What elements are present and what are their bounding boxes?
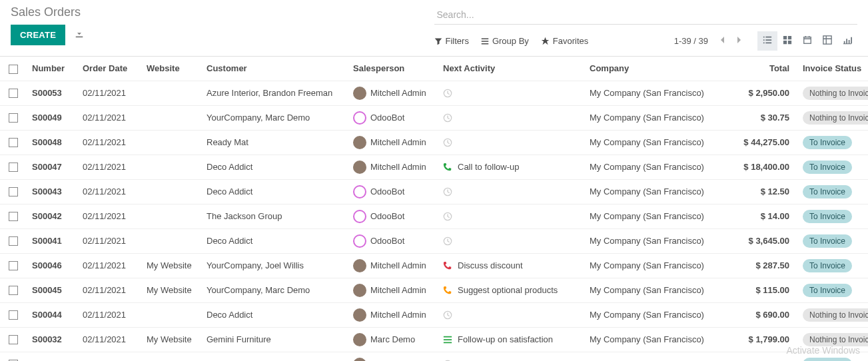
- status-badge: Nothing to Invoice: [803, 333, 868, 346]
- view-kanban-button[interactable]: [777, 31, 797, 51]
- download-icon: [75, 29, 84, 39]
- view-graph-button[interactable]: [837, 31, 857, 51]
- clock-icon: [443, 89, 452, 98]
- cell-customer: Deco Addict: [201, 155, 348, 179]
- table-row[interactable]: S0004202/11/2021The Jackson GroupOdooBot…: [0, 204, 868, 228]
- col-order-date[interactable]: Order Date: [77, 57, 141, 81]
- activity-cell[interactable]: [443, 236, 579, 246]
- chevron-left-icon: [719, 36, 725, 44]
- calendar-icon: [803, 35, 812, 45]
- table-row[interactable]: S0004702/11/2021Deco AddictMitchell Admi…: [0, 155, 868, 179]
- table-row[interactable]: S0003702/11/2021My WebsiteGemini Furnitu…: [0, 352, 868, 361]
- cell-order-date: 02/11/2021: [77, 155, 141, 179]
- activity-cell[interactable]: [443, 310, 579, 320]
- table-row[interactable]: S0004802/11/2021Ready MatMitchell AdminM…: [0, 130, 868, 155]
- favorites-label: Favorites: [553, 36, 588, 46]
- row-checkbox[interactable]: [9, 310, 18, 320]
- cell-total: $ 18,400.00: [734, 155, 797, 179]
- activity-cell[interactable]: Discuss discount: [443, 260, 579, 270]
- activity-cell[interactable]: Suggest optional products: [443, 285, 579, 295]
- col-next-activity[interactable]: Next Activity: [438, 57, 584, 81]
- pager-prev-button[interactable]: [715, 33, 729, 49]
- table-row[interactable]: S0004302/11/2021Deco AddictOdooBotMy Com…: [0, 179, 868, 204]
- status-badge: To Invoice: [803, 210, 852, 223]
- activity-cell[interactable]: Call to follow-up: [443, 162, 579, 172]
- list-icon: [763, 35, 772, 45]
- row-checkbox[interactable]: [9, 163, 18, 172]
- clock-icon: [443, 310, 452, 320]
- activity-cell[interactable]: [443, 113, 579, 123]
- cell-total: $ 30.75: [734, 105, 797, 130]
- table-row[interactable]: S0004102/11/2021Deco AddictOdooBotMy Com…: [0, 228, 868, 253]
- row-checkbox[interactable]: [9, 261, 18, 270]
- table-row[interactable]: S0004902/11/2021YourCompany, Marc DemoOd…: [0, 105, 868, 130]
- cell-salesperson: Mitchell Admin: [370, 162, 426, 172]
- cell-total: $ 2,950.00: [734, 81, 797, 105]
- filters-button[interactable]: Filters: [434, 36, 469, 46]
- col-number[interactable]: Number: [27, 57, 77, 81]
- cell-website: [141, 204, 201, 228]
- cell-total: $ 12.50: [734, 179, 797, 204]
- row-checkbox[interactable]: [9, 138, 18, 147]
- status-badge: Nothing to Invoice: [803, 308, 868, 322]
- row-checkbox[interactable]: [9, 335, 18, 344]
- col-total[interactable]: Total: [734, 57, 797, 81]
- favorites-button[interactable]: Favorites: [541, 36, 588, 46]
- cell-order-date: 02/11/2021: [77, 352, 141, 361]
- view-list-button[interactable]: [757, 31, 777, 51]
- cell-number: S00042: [27, 204, 77, 228]
- row-checkbox[interactable]: [9, 89, 18, 98]
- activity-cell[interactable]: [443, 138, 579, 147]
- col-website[interactable]: Website: [141, 57, 201, 81]
- row-checkbox[interactable]: [9, 187, 18, 196]
- group-by-button[interactable]: Group By: [481, 36, 529, 46]
- cell-company: My Company (San Francisco): [584, 155, 734, 179]
- create-button[interactable]: CREATE: [11, 25, 65, 45]
- activity-cell[interactable]: [443, 187, 579, 196]
- cell-company: My Company (San Francisco): [584, 253, 734, 278]
- download-button[interactable]: [71, 25, 88, 45]
- activity-cell[interactable]: Follow-up on satisfaction: [443, 334, 579, 344]
- row-checkbox[interactable]: [9, 212, 18, 221]
- avatar: [353, 259, 366, 272]
- pager-next-button[interactable]: [732, 33, 747, 49]
- view-calendar-button[interactable]: [797, 31, 817, 51]
- table-row[interactable]: S0004502/11/2021My WebsiteYourCompany, M…: [0, 278, 868, 302]
- activity-cell[interactable]: [443, 212, 579, 221]
- row-checkbox[interactable]: [9, 113, 18, 123]
- view-pivot-button[interactable]: [817, 31, 837, 51]
- cell-company: My Company (San Francisco): [584, 81, 734, 105]
- avatar: [353, 234, 366, 248]
- cell-number: S00043: [27, 179, 77, 204]
- status-badge: Nothing to Invoice: [803, 87, 868, 100]
- table-row[interactable]: S0004402/11/2021Deco AddictMitchell Admi…: [0, 302, 868, 327]
- cell-total: $ 44,275.00: [734, 130, 797, 155]
- row-checkbox[interactable]: [9, 286, 18, 295]
- activity-cell[interactable]: [443, 89, 579, 98]
- col-company[interactable]: Company: [584, 57, 734, 81]
- col-salesperson[interactable]: Salesperson: [348, 57, 438, 81]
- table-row[interactable]: S0003202/11/2021My WebsiteGemini Furnitu…: [0, 327, 868, 352]
- cell-number: S00047: [27, 155, 77, 179]
- clock-icon: [443, 113, 452, 123]
- checklist-icon: [443, 335, 452, 344]
- col-invoice-status[interactable]: Invoice Status: [797, 57, 868, 81]
- cell-total: $ 115.00: [734, 278, 797, 302]
- cell-total: $ 690.00: [734, 302, 797, 327]
- phone-icon: [443, 286, 452, 295]
- clock-icon: [443, 236, 452, 246]
- avatar: [353, 111, 366, 125]
- status-badge: To Invoice: [803, 284, 852, 297]
- col-customer[interactable]: Customer: [201, 57, 348, 81]
- select-all-checkbox[interactable]: [9, 65, 18, 74]
- row-checkbox[interactable]: [9, 236, 18, 246]
- cell-salesperson: Marc Demo: [370, 334, 415, 344]
- cell-total: $ 25.00: [734, 352, 797, 361]
- avatar: [353, 284, 366, 297]
- search-input[interactable]: [434, 5, 858, 25]
- table-row[interactable]: S0005302/11/2021Azure Interior, Brandon …: [0, 81, 868, 105]
- pager-text: 1-39 / 39: [674, 36, 708, 46]
- table-row[interactable]: S0004602/11/2021My WebsiteYourCompany, J…: [0, 253, 868, 278]
- avatar: [353, 333, 366, 346]
- cell-total: $ 3,645.00: [734, 228, 797, 253]
